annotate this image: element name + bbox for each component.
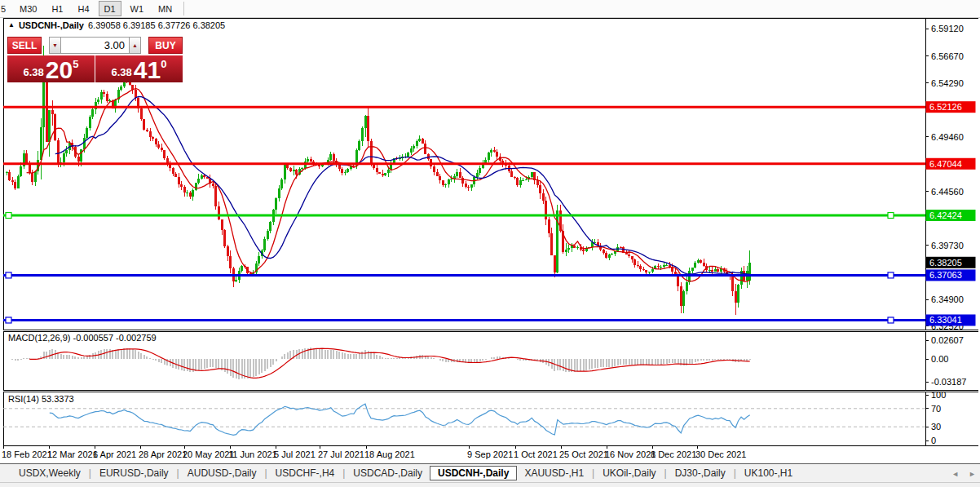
svg-text:0.02607: 0.02607 (931, 335, 964, 345)
sell-price-pip: 5 (73, 60, 78, 69)
svg-text:18 Feb 2021: 18 Feb 2021 (2, 449, 52, 459)
tab-scroll-controls: ◄ ► (951, 464, 976, 483)
buy-price-button[interactable]: 6.38 41 0 (95, 55, 183, 82)
volume-input[interactable]: 3.00 (61, 37, 129, 54)
svg-text:-0.03187: -0.03187 (931, 377, 966, 387)
tab-xauusd-h1[interactable]: XAUUSD-,H1 (517, 466, 591, 480)
svg-text:25 Oct 2021: 25 Oct 2021 (559, 449, 608, 459)
rsi-indicator-label: RSI(14) 53.3373 (8, 394, 74, 404)
tab-usdx-weekly[interactable]: USDX,Weekly (11, 466, 88, 480)
buy-button[interactable]: BUY (148, 37, 183, 54)
svg-text:6.52126: 6.52126 (929, 102, 962, 112)
sell-price-main: 20 (46, 60, 73, 80)
svg-text:6.34900: 6.34900 (931, 294, 964, 304)
svg-text:5 Jul 2021: 5 Jul 2021 (274, 449, 316, 459)
svg-text:27 Jul 2021: 27 Jul 2021 (318, 449, 364, 459)
svg-text:18 Aug 2021: 18 Aug 2021 (364, 449, 415, 459)
volume-increase-icon[interactable]: ▲ (129, 37, 141, 54)
svg-text:100: 100 (931, 390, 946, 400)
tab-dj30-daily[interactable]: DJ30-,Daily (668, 466, 733, 480)
collapse-panel-icon[interactable]: ▲ (8, 22, 15, 29)
svg-text:0.00: 0.00 (931, 354, 948, 364)
tab-audusd-daily[interactable]: AUDUSD-,Daily (180, 466, 264, 480)
sell-button[interactable]: SELL (7, 37, 42, 54)
svg-text:6.54290: 6.54290 (931, 78, 964, 88)
status-strip (0, 482, 980, 487)
buy-price-pip: 0 (161, 60, 166, 69)
svg-text:6.44560: 6.44560 (931, 187, 964, 197)
chart-symbol-period: USDCNH-,Daily (19, 20, 84, 30)
buy-price-prefix: 6.38 (112, 67, 132, 77)
svg-text:6.42424: 6.42424 (929, 210, 962, 220)
svg-text:28 Apr 2021: 28 Apr 2021 (139, 449, 187, 459)
svg-text:16 Nov 2021: 16 Nov 2021 (605, 449, 656, 459)
svg-text:8 Dec 2021: 8 Dec 2021 (651, 449, 696, 459)
tab-uk100-h1[interactable]: UK100-,H1 (737, 466, 800, 480)
tab-eurusd-daily[interactable]: EURUSD-,Daily (92, 466, 176, 480)
tab-usdchf-h4[interactable]: USDCHF-,H4 (268, 466, 342, 480)
tab-scroll-left-icon[interactable]: ◄ (951, 470, 959, 478)
svg-text:6 Apr 2021: 6 Apr 2021 (93, 449, 136, 459)
svg-text:6.39730: 6.39730 (931, 241, 964, 250)
volume-spinner: ▼ 3.00 ▲ (49, 37, 141, 54)
tab-usdcad-daily[interactable]: USDCAD-,Daily (346, 466, 430, 480)
svg-text:9 Sep 2021: 9 Sep 2021 (467, 449, 513, 459)
svg-text:6.33041: 6.33041 (929, 315, 962, 325)
svg-text:30: 30 (931, 422, 941, 432)
svg-text:6.38205: 6.38205 (929, 258, 962, 268)
sell-price-button[interactable]: 6.38 20 5 (7, 55, 95, 82)
tab-ukoil-daily[interactable]: UKOil-,Daily (595, 466, 663, 480)
volume-decrease-icon[interactable]: ▼ (49, 37, 61, 54)
svg-text:20 May 2021: 20 May 2021 (183, 449, 235, 459)
svg-text:1 Oct 2021: 1 Oct 2021 (514, 449, 558, 459)
one-click-trading-panel: SELL ▼ 3.00 ▲ BUY 6.38 20 5 6.38 41 0 (7, 37, 183, 82)
svg-text:6.56670: 6.56670 (931, 51, 964, 61)
svg-text:12 Mar 2021: 12 Mar 2021 (47, 449, 98, 459)
svg-text:6.37063: 6.37063 (929, 270, 962, 280)
svg-text:30 Dec 2021: 30 Dec 2021 (695, 449, 746, 459)
sell-price-prefix: 6.38 (24, 67, 44, 77)
svg-text:6.59120: 6.59120 (931, 24, 964, 33)
tab-usdcnh-daily[interactable]: USDCNH-,Daily (430, 466, 517, 480)
trading-terminal-window: 5M30H1H4D1W1MN 6.591206.566706.542906.49… (0, 0, 980, 487)
buy-price-main: 41 (134, 60, 161, 80)
chart-tab-bar: USDX,Weekly|EURUSD-,Daily|AUDUSD-,Daily|… (0, 463, 980, 482)
tab-scroll-right-icon[interactable]: ► (969, 470, 976, 478)
macd-indicator-label: MACD(12,26,9) -0.000557 -0.002759 (8, 333, 157, 343)
svg-text:70: 70 (931, 404, 941, 414)
chart-ohlc-values: 6.39058 6.39185 6.37726 6.38205 (88, 20, 225, 30)
svg-text:0: 0 (931, 436, 936, 445)
chart-header: ▲ USDCNH-,Daily 6.39058 6.39185 6.37726 … (8, 20, 225, 30)
svg-text:11 Jun 2021: 11 Jun 2021 (228, 449, 277, 459)
svg-text:6.49460: 6.49460 (931, 132, 964, 142)
svg-text:6.47044: 6.47044 (929, 159, 962, 169)
